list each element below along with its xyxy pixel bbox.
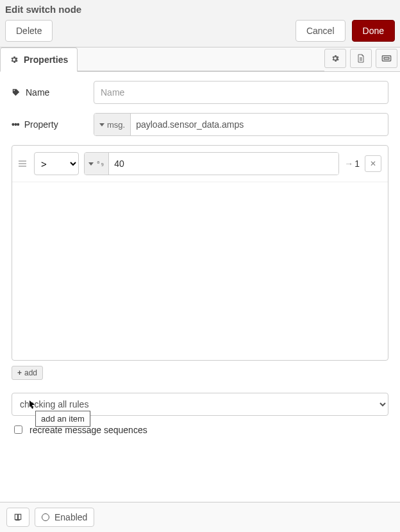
property-input[interactable]: msg. payload.sensor_data.amps — [94, 113, 388, 136]
property-value[interactable]: payload.sensor_data.amps — [131, 114, 388, 135]
property-label: Property — [24, 119, 58, 130]
svg-rect-4 — [384, 58, 389, 60]
gear-icon — [10, 55, 19, 64]
add-label: add — [24, 368, 37, 377]
description-tab-icon[interactable] — [350, 49, 372, 68]
svg-rect-7 — [19, 166, 26, 167]
name-input[interactable] — [94, 81, 388, 104]
drag-handle-icon[interactable] — [19, 160, 29, 167]
done-button[interactable]: Done — [352, 20, 395, 42]
tag-icon — [12, 88, 21, 97]
gear-icon — [331, 54, 340, 63]
circle-icon — [42, 513, 49, 521]
caret-down-icon — [88, 162, 94, 166]
enabled-label: Enabled — [54, 512, 87, 522]
docs-button[interactable] — [6, 508, 29, 527]
svg-rect-6 — [19, 163, 26, 164]
tab-properties[interactable]: Properties — [0, 47, 78, 72]
close-icon: ✕ — [370, 159, 376, 168]
appearance-tab-icon[interactable] — [376, 49, 397, 68]
value-type-dropdown[interactable]: ⁰₉ — [85, 153, 109, 175]
rule-row: > ⁰₉ →1 ✕ — [12, 146, 388, 182]
appearance-icon — [381, 54, 392, 63]
add-rule-button[interactable]: + add — [12, 366, 43, 380]
svg-rect-5 — [19, 160, 26, 162]
delete-button[interactable]: Delete — [5, 20, 53, 42]
delete-rule-button[interactable]: ✕ — [365, 155, 381, 172]
number-type-icon: ⁰₉ — [96, 160, 104, 168]
name-label: Name — [26, 87, 49, 98]
book-icon — [13, 513, 22, 522]
output-indicator: →1 — [344, 159, 360, 169]
caret-down-icon — [99, 123, 104, 126]
add-tooltip: add an item — [35, 411, 90, 427]
dialog-title: Edit switch node — [5, 4, 395, 15]
cancel-button[interactable]: Cancel — [296, 20, 346, 42]
tab-label: Properties — [24, 55, 68, 65]
settings-tab-icon[interactable] — [324, 49, 346, 68]
ellipsis-icon: ••• — [12, 119, 19, 130]
file-icon — [357, 54, 365, 63]
rules-container: > ⁰₉ →1 ✕ — [12, 145, 388, 361]
rule-value-field[interactable] — [109, 153, 338, 175]
rule-value-input[interactable]: ⁰₉ — [84, 152, 339, 175]
enabled-toggle[interactable]: Enabled — [35, 508, 94, 527]
operator-select[interactable]: > — [34, 152, 79, 175]
property-type-dropdown[interactable]: msg. — [94, 114, 131, 135]
recreate-checkbox[interactable] — [14, 425, 22, 434]
plus-icon: + — [17, 368, 22, 377]
property-prefix-label: msg. — [107, 120, 125, 130]
svg-rect-3 — [382, 56, 390, 61]
